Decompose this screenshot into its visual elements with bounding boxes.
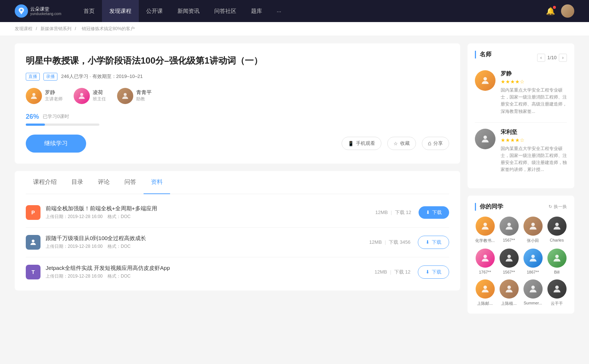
classmates-title: 你的同学 [475,203,503,211]
nav-quiz[interactable]: 题库 [244,0,269,22]
classmates-grid: 化学教书... 1567** 张小田 [475,217,567,306]
badge-live: 直播 [26,73,40,81]
classmate-avatar-5 [476,249,495,268]
action-buttons: 📱 手机观看 ☆ 收藏 ⎙ 分享 [342,137,449,150]
nav-qa[interactable]: 问答社区 [207,0,244,22]
tab-reviews[interactable]: 评论 [91,171,117,194]
sidebar: 名师 ‹ 1/10 › 罗静 ★★★★☆ 国内某重点大学安全工程专业硕士，国家一… [468,43,574,321]
logo-name: 云朵课堂 [30,6,61,12]
classmate-item: 化学教书... [475,217,495,243]
teachers-list: 罗静 主讲老师 凌荷 班主任 [26,88,449,104]
classmate-item: 1567** [499,249,519,274]
file-2-info: 跟随千万级项目从0到100全过程高效成长 上传日期：2019-12-28 16:… [46,235,369,250]
nav-right: 🔔 [546,4,574,18]
tab-catalog[interactable]: 目录 [64,171,91,194]
classmate-avatar-11 [523,279,543,299]
tabs-header: 课程介绍 目录 评论 问答 资料 [26,171,449,194]
next-teacher-btn[interactable]: › [559,54,567,62]
star-icon: ☆ [394,141,398,146]
share-button[interactable]: ⎙ 分享 [422,137,449,150]
classmate-item: Summer... [523,279,543,306]
file-3-info: Jetpack全组件实战 开发短视频应用高仿皮皮虾App 上传日期：2019-1… [46,265,375,279]
teacher-1: 罗静 主讲老师 [26,88,63,104]
tab-intro[interactable]: 课程介绍 [26,171,64,194]
mobile-watch-button[interactable]: 📱 手机观看 [342,137,381,150]
tab-qa[interactable]: 问答 [117,171,144,194]
classmate-item: 上陈植... [499,279,519,306]
svg-point-11 [483,254,487,258]
teacher-3-avatar [117,88,133,104]
file-2-size: 12MB [369,239,382,245]
download-button-2[interactable]: ⬇ 下载 [418,236,449,249]
teacher-3-role: 助教 [136,96,152,102]
teacher-1-info: 罗静 主讲老师 [45,89,63,102]
svg-point-14 [555,254,558,258]
classmate-avatar-3 [523,217,543,236]
classmate-item: Bill [547,249,567,274]
classmate-name-2: 1567** [503,238,515,242]
classmate-avatar-10 [500,279,519,299]
breadcrumb-series[interactable]: 新媒体营销系列 [40,26,71,31]
course-meta: 直播 录播 246人已学习 · 有效期至：2019–10–21 [26,73,449,81]
classmate-item: 张小田 [523,217,543,243]
sidebar-teacher-2-info: 宋利坚 ★★★★☆ 国内某重点大学安全工程专业硕士，国家一级注册消防工程师、注册… [501,129,567,174]
nav-discover[interactable]: 发现课程 [102,0,139,22]
course-title: 明星中教授课，小学阶段语法100分–强化级第1讲动词（一） [26,54,449,67]
sidebar-teacher-2-name: 宋利坚 [501,129,567,136]
nav-open[interactable]: 公开课 [139,0,170,22]
file-3-size: 12MB [375,269,387,275]
breadcrumb: 发现课程 / 新媒体营销系列 / 销冠修炼术搞定80%的客户 [0,22,589,36]
user-avatar[interactable] [561,4,574,18]
classmate-name-11: Summer... [523,301,542,305]
file-3-title: Jetpack全组件实战 开发短视频应用高仿皮皮虾App [46,265,375,272]
svg-point-8 [507,222,511,226]
continue-button[interactable]: 继续学习 [26,135,86,153]
classmate-item: 1567** [499,217,519,243]
sidebar-teacher-1-info: 罗静 ★★★★☆ 国内某重点大学安全工程专业硕士，国家一级注册消防工程师、注册安… [501,70,567,115]
breadcrumb-sep1: / [36,26,38,31]
classmate-item: 云干干 [547,279,567,306]
breadcrumb-discover[interactable]: 发现课程 [15,26,32,31]
refresh-classmates-button[interactable]: ↻ 换一换 [549,204,567,210]
classmate-name-6: 1567** [503,270,515,274]
sidebar-teacher-2-stars: ★★★★☆ [501,137,567,143]
svg-point-18 [555,285,558,289]
file-2-downloads: 下载 3456 [389,239,410,246]
download-button-1[interactable]: ⬇ 下载 [419,206,449,219]
download-button-3[interactable]: ⬇ 下载 [418,265,449,279]
file-2-meta: 上传日期：2019-12-28 16:00 格式：DOC [46,243,369,250]
file-icon-p: P [26,205,40,220]
file-1-title: 前端全栈加强版！前端全栈+全周期+多端应用 [46,205,375,212]
progress-bar-bg [26,124,99,126]
course-card: 明星中教授课，小学阶段语法100分–强化级第1讲动词（一） 直播 录播 246人… [15,43,460,164]
classmate-name-bill: Bill [554,270,560,274]
collect-button[interactable]: ☆ 收藏 [387,137,416,150]
sidebar-teacher-1-avatar [475,70,495,91]
classmate-avatar-1 [476,217,495,236]
refresh-label: 换一换 [554,204,567,210]
share-icon: ⎙ [428,141,431,146]
course-meta-text: 246人已学习 · 有效期至：2019–10–21 [61,73,143,80]
nav-more[interactable]: ··· [269,0,289,22]
classmate-name-charles: Charles [550,238,564,242]
logo[interactable]: 云朵课堂 yunduoketang.com [15,4,61,18]
teacher-3: 青青平 助教 [117,88,152,104]
content-area: 明星中教授课，小学阶段语法100分–强化级第1讲动词（一） 直播 录播 246人… [15,43,460,321]
svg-point-10 [555,222,558,226]
nav-home[interactable]: 首页 [76,0,102,22]
teacher-2: 凌荷 班主任 [74,88,106,104]
breadcrumb-current: 销冠修炼术搞定80%的客户 [82,26,135,31]
classmate-avatar-9 [476,279,495,299]
classmate-avatar-6 [500,249,519,268]
tab-materials[interactable]: 资料 [144,171,170,194]
prev-teacher-btn[interactable]: ‹ [537,54,545,62]
file-1-downloads: 下载 12 [395,209,411,216]
bell-button[interactable]: 🔔 [546,7,555,15]
svg-point-17 [531,285,535,289]
classmates-header: 你的同学 ↻ 换一换 [475,203,567,211]
classmate-item: 上陈邮... [475,279,495,306]
classmate-name-10: 上陈植... [501,301,516,306]
teacher-3-info: 青青平 助教 [136,89,152,102]
nav-news[interactable]: 新闻资讯 [170,0,207,22]
teachers-sidebar-card: 名师 ‹ 1/10 › 罗静 ★★★★☆ 国内某重点大学安全工程专业硕士，国家一… [468,43,574,188]
